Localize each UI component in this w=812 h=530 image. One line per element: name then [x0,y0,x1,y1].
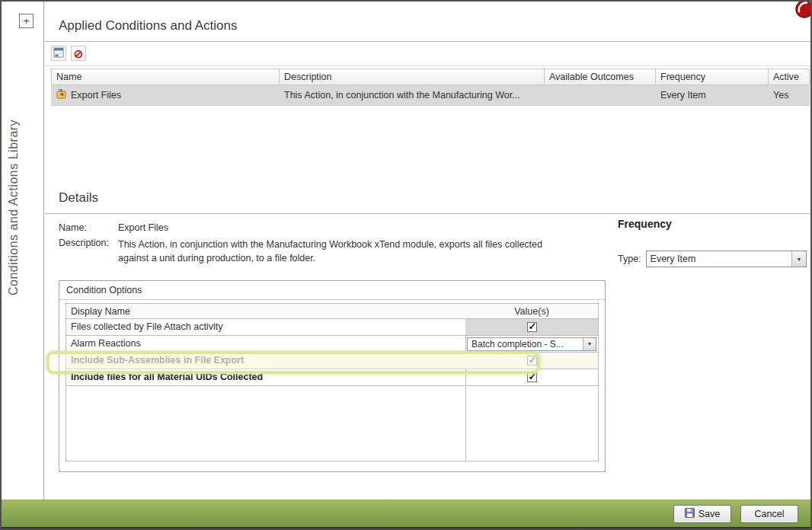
remove-action-button[interactable]: ⊘ [71,46,86,61]
save-button[interactable]: Save [673,505,731,523]
file-attach-checkbox[interactable] [527,322,537,332]
applied-conditions-dialog: + Conditions and Actions Library Applied… [0,0,812,530]
condition-options-title: Condition Options [59,281,605,300]
page-title: Applied Conditions and Actions [59,18,237,34]
block-icon: ⊘ [74,48,84,59]
row-active: Yes [769,85,810,105]
library-sidebar: + Conditions and Actions Library [2,2,44,500]
table-row-export-files[interactable]: Export Files This Action, in conjunction… [51,85,810,106]
chevron-down-icon: ▼ [583,338,596,350]
details-description-label: Description: [59,238,118,265]
condition-options-table: Display Name Value(s) Files collected by… [66,303,599,461]
frequency-type-dropdown[interactable]: Every Item ▼ [646,251,807,267]
details-name-row: Name: Export Files [59,222,168,233]
main-panel: Applied Conditions and Actions ⊘ [45,2,810,500]
alarm-reactions-value: Batch completion - S... [468,339,583,350]
applied-table-header: Name Description Available Outcomes Freq… [51,69,810,85]
condition-row-material-uids[interactable]: Include files for all Material UIDs Coll… [66,369,598,386]
condition-row-file-attach[interactable]: Files collected by File Attach activity [66,319,598,336]
details-name-label: Name: [59,222,118,233]
condition-label: Include Sub-Assemblies in File Export [66,353,465,369]
details-description-value: This Action, in conjunction with the Man… [118,238,558,265]
frequency-type-label: Type: [618,254,641,264]
save-icon [685,508,695,520]
details-description-row: Description: This Action, in conjunction… [59,238,558,265]
condition-options-group: Condition Options Display Name Value(s) … [59,280,606,472]
details-divider [45,213,810,214]
toolbar-divider [45,65,810,66]
app-badge-icon [794,0,812,23]
applied-actions-table: Name Description Available Outcomes Freq… [51,69,810,106]
condition-label: Include files for all Material UIDs Coll… [66,369,465,385]
condition-label: Files collected by File Attach activity [66,319,465,335]
condition-label: Alarm Reactions [66,336,465,352]
actions-toolbar: ⊘ [51,46,86,61]
frequency-heading: Frequency [618,218,807,230]
material-uids-checkbox[interactable] [527,372,537,382]
chevron-down-icon: ▼ [791,251,806,267]
edit-action-button[interactable] [51,46,66,61]
row-available-outcomes [545,85,656,105]
column-header-description[interactable]: Description [280,69,545,85]
details-heading: Details [59,190,98,206]
column-header-available-outcomes[interactable]: Available Outcomes [545,69,656,85]
expand-library-button[interactable]: + [19,14,34,28]
export-files-icon [56,88,67,102]
row-description: This Action, in conjunction with the Man… [280,85,545,105]
frequency-type-value: Every Item [647,254,791,264]
condition-table-header: Display Name Value(s) [66,304,598,319]
frequency-block: Frequency Type: Every Item ▼ [618,218,807,267]
sidebar-label[interactable]: Conditions and Actions Library [7,52,21,295]
condition-row-alarm-reactions[interactable]: Alarm Reactions Batch completion - S... … [66,336,598,353]
edit-grid-icon [53,47,64,60]
column-header-name[interactable]: Name [51,69,280,85]
footer-bar: Save Cancel [2,500,810,528]
cancel-button-label: Cancel [755,509,785,519]
save-button-label: Save [699,509,721,519]
details-name-value: Export Files [118,222,168,233]
column-header-display-name: Display Name [66,304,465,318]
column-header-values: Value(s) [465,304,598,318]
condition-row-sub-assemblies[interactable]: Include Sub-Assemblies in File Export [66,353,598,369]
column-header-active[interactable]: Active [769,69,810,85]
row-name: Export Files [71,90,121,101]
title-divider [45,41,810,42]
row-frequency: Every Item [656,85,769,105]
column-header-frequency[interactable]: Frequency [656,69,769,85]
sub-assemblies-checkbox[interactable] [527,356,537,366]
cancel-button[interactable]: Cancel [740,505,798,523]
alarm-reactions-dropdown[interactable]: Batch completion - S... ▼ [467,337,596,351]
